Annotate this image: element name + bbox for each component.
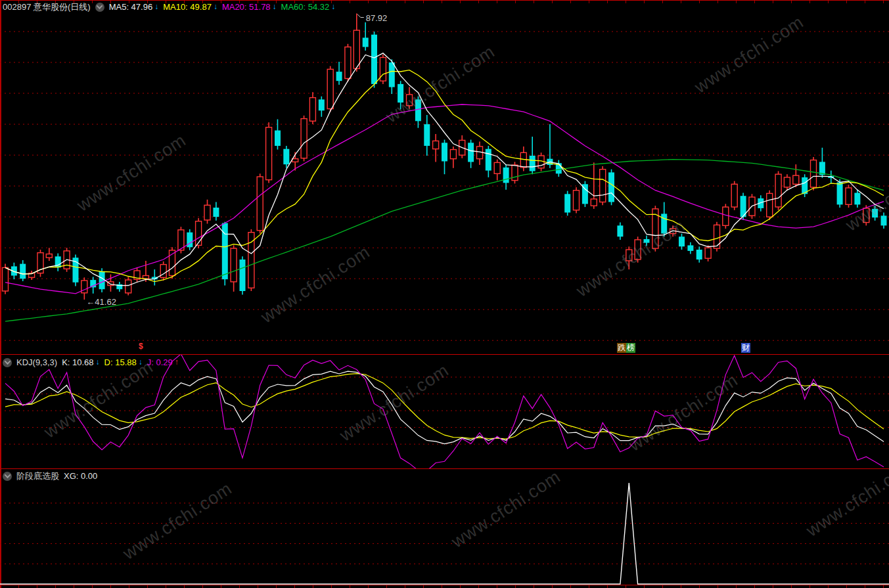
candle-body	[407, 95, 413, 106]
candle-body	[283, 149, 289, 165]
candle-body	[231, 248, 237, 282]
kdj-k-line	[5, 371, 884, 443]
candle-body	[723, 207, 729, 225]
d-arrow-down-icon: ↓	[139, 357, 143, 367]
finance-badge-char[interactable]: 财	[741, 343, 750, 353]
ma20-value: MA20: 51.78	[222, 2, 271, 12]
high-annotation-label: 87.92	[366, 13, 388, 23]
fall-ranking-badge[interactable]: 跌榜	[617, 343, 635, 353]
candle-body	[854, 193, 860, 205]
low-annotation-label: ←41.62	[86, 297, 116, 307]
candle-body	[380, 58, 386, 81]
candle-body	[292, 159, 298, 162]
candle-body	[433, 141, 439, 149]
ma5-arrow-down-icon: ↓	[154, 2, 158, 12]
collapse-kdj-icon[interactable]	[3, 358, 12, 367]
candle-body	[775, 174, 781, 207]
candle-body	[275, 131, 281, 147]
candle-body	[301, 119, 307, 158]
candle-body	[196, 221, 202, 246]
candle-body	[512, 165, 518, 181]
kdj-panel-header: KDJ(9,3,3) K: 10.68 ↓ D: 15.88 ↓ J: 0.29…	[3, 357, 179, 367]
candle-body	[398, 84, 403, 102]
ma5-value: MA5: 47.96	[109, 2, 153, 12]
fall-ranking-badge-char2[interactable]: 榜	[626, 343, 635, 353]
candle-body	[494, 162, 500, 173]
candle-body	[591, 199, 597, 206]
chart-window: 87.92←41.62 002897 意华股份(日线) MA5: 47.96 ↓…	[0, 0, 889, 588]
candle-body	[731, 184, 737, 207]
collapse-main-icon[interactable]	[95, 3, 104, 12]
candle-body	[309, 98, 315, 122]
dollar-signal-marker: $	[139, 342, 143, 351]
candle-body	[46, 254, 52, 258]
candle-body	[635, 240, 641, 260]
candle-body	[837, 183, 843, 205]
candle-body	[257, 177, 263, 231]
candle-body	[679, 237, 685, 246]
candle-body	[389, 62, 395, 87]
candle-body	[714, 225, 720, 248]
candle-body	[363, 37, 369, 47]
candle-body	[37, 253, 43, 273]
ma10-arrow-down-icon: ↓	[214, 2, 217, 12]
candle-body	[661, 214, 667, 233]
candle-body	[204, 205, 210, 220]
candle-body	[125, 280, 131, 293]
candle-body	[564, 194, 570, 212]
candle-body	[644, 239, 650, 243]
candle-body	[442, 143, 447, 161]
finance-badge[interactable]: 财	[741, 343, 750, 353]
fall-ranking-badge-char1[interactable]: 跌	[617, 343, 626, 353]
candle-body	[767, 193, 773, 217]
candle-body	[652, 209, 658, 248]
candle-body	[793, 175, 799, 184]
main-price-chart: 87.92←41.62	[0, 0, 889, 354]
ma60-arrow-down-icon: ↓	[331, 2, 335, 12]
xg-panel-header: 阶段底选股 XG: 0.00	[3, 471, 97, 481]
bottom-axis-ticks	[0, 585, 889, 588]
candle-body	[811, 160, 817, 187]
ma10-value: MA10: 49.87	[163, 2, 212, 12]
candle-body	[881, 215, 887, 225]
candle-body	[266, 127, 272, 180]
candle-body	[872, 209, 878, 217]
candle-body	[353, 30, 359, 68]
kdj-d-line	[5, 374, 884, 439]
ma10-line	[5, 70, 884, 282]
candle-body	[608, 172, 614, 202]
candle-body	[371, 35, 377, 84]
candle-body	[846, 188, 852, 204]
j-arrow-up-icon: ↑	[175, 357, 179, 367]
k-arrow-down-icon: ↓	[96, 357, 100, 367]
ma60-value: MA60: 54.32	[281, 2, 330, 12]
candle-body	[520, 152, 526, 168]
candle-body	[784, 177, 790, 187]
candle-body	[687, 245, 693, 251]
k-value: K: 10.68	[62, 357, 93, 367]
candle-body	[424, 124, 430, 146]
xg-value: XG: 0.00	[64, 471, 97, 481]
candle-body	[617, 225, 623, 237]
collapse-xg-icon[interactable]	[3, 472, 12, 481]
candle-body	[99, 271, 105, 289]
candle-body	[705, 248, 711, 258]
candle-body	[574, 191, 580, 210]
candle-body	[530, 156, 536, 171]
high-annotation-leader	[357, 14, 364, 18]
d-value: D: 15.88	[104, 357, 137, 367]
kdj-title: KDJ(9,3,3)	[16, 357, 57, 367]
candle-body	[240, 260, 246, 291]
candle-body	[336, 72, 342, 81]
ma60-line	[5, 160, 884, 321]
candle-body	[503, 168, 509, 183]
candle-body	[3, 267, 9, 291]
main-chart-header: 002897 意华股份(日线) MA5: 47.96 ↓ MA10: 49.87…	[3, 2, 335, 12]
candle-body	[600, 170, 606, 202]
kdj-j-line	[5, 355, 884, 468]
candle-body	[696, 250, 702, 260]
kdj-indicator-chart	[0, 355, 889, 468]
xg-signal-line	[0, 483, 889, 584]
xg-indicator-chart	[0, 469, 889, 585]
candle-body	[345, 47, 351, 79]
